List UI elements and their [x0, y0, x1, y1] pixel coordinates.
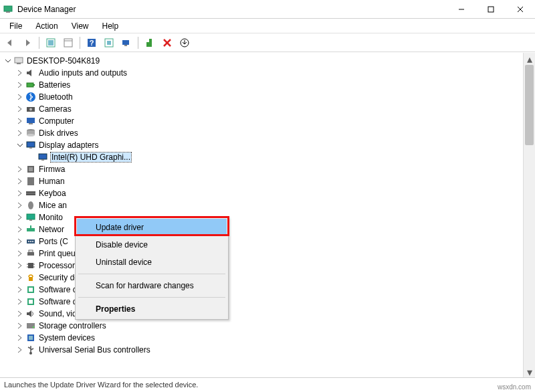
expand-icon[interactable] — [16, 237, 24, 246]
svg-rect-32 — [29, 147, 32, 149]
expand-icon[interactable] — [16, 141, 24, 149]
menu-action[interactable]: Action — [29, 20, 64, 32]
svg-point-25 — [29, 108, 32, 111]
action-center-button[interactable] — [102, 35, 116, 50]
show-hidden-button[interactable] — [43, 35, 58, 50]
expand-icon[interactable] — [16, 213, 24, 221]
tree-item-label: Disk drives — [39, 128, 78, 138]
svg-rect-26 — [27, 118, 35, 123]
vertical-scrollbar[interactable]: ▴ ▾ — [523, 53, 535, 378]
minimize-button[interactable] — [447, 0, 476, 19]
context-menu-separator — [78, 297, 225, 298]
tree-category[interactable]: Mice an — [0, 199, 535, 211]
context-menu-item[interactable]: Disable device — [77, 236, 227, 254]
svg-rect-58 — [29, 288, 33, 292]
sound-icon — [25, 308, 36, 319]
software-icon — [25, 296, 36, 307]
expand-icon[interactable] — [16, 189, 24, 197]
menu-file[interactable]: File — [3, 20, 29, 32]
root-icon — [13, 56, 24, 66]
disk-icon — [25, 128, 36, 138]
expand-icon[interactable] — [16, 322, 24, 330]
expand-icon[interactable] — [16, 81, 24, 89]
device-tree[interactable]: DESKTOP-504K819Audio inputs and outputsB… — [0, 52, 535, 377]
expand-icon[interactable] — [16, 201, 24, 209]
display-icon — [37, 152, 48, 163]
tree-category[interactable]: Computer — [0, 115, 535, 127]
watermark: wsxdn.com — [498, 383, 531, 391]
tree-category[interactable]: Bluetooth — [0, 91, 535, 103]
expand-icon[interactable] — [16, 250, 24, 258]
context-menu-item[interactable]: Update driver — [77, 219, 227, 236]
menu-help[interactable]: Help — [96, 20, 126, 32]
tree-category[interactable]: Firmwa — [0, 163, 535, 175]
expand-icon[interactable] — [16, 262, 24, 270]
tree-item-label: Human — [39, 177, 65, 186]
expand-icon[interactable] — [16, 69, 24, 77]
help-button[interactable]: ? — [84, 35, 99, 50]
tree-item-label: Cameras — [39, 104, 72, 114]
tree-category[interactable]: Human — [0, 175, 535, 187]
scroll-up-icon[interactable]: ▴ — [524, 53, 535, 65]
context-menu-item[interactable]: Uninstall device — [77, 254, 227, 271]
svg-rect-34 — [41, 159, 44, 161]
svg-point-30 — [27, 134, 35, 136]
expand-icon[interactable] — [16, 225, 24, 233]
tree-device[interactable]: Intel(R) UHD Graphi... — [0, 151, 535, 163]
tree-category[interactable]: Universal Serial Bus controllers — [0, 344, 535, 356]
update-driver-button[interactable] — [177, 35, 192, 50]
enable-button[interactable] — [142, 35, 157, 50]
expand-icon[interactable] — [4, 57, 12, 65]
expand-icon[interactable] — [16, 165, 24, 173]
tree-category[interactable]: Storage controllers — [0, 320, 535, 332]
svg-rect-0 — [4, 6, 12, 11]
properties-button[interactable] — [61, 35, 76, 50]
tree-category[interactable]: Batteries — [0, 79, 535, 91]
svg-rect-20 — [17, 63, 21, 64]
back-button[interactable] — [3, 35, 17, 50]
scroll-down-icon[interactable]: ▾ — [524, 366, 535, 378]
tree-category[interactable]: Audio inputs and outputs — [0, 67, 535, 79]
tree-category[interactable]: System devices — [0, 332, 535, 344]
system-icon — [25, 332, 36, 343]
svg-rect-15 — [124, 45, 127, 46]
expand-icon[interactable] — [16, 93, 24, 101]
scan-hardware-button[interactable] — [119, 35, 134, 50]
close-button[interactable] — [506, 0, 535, 19]
expand-icon[interactable] — [16, 129, 24, 137]
expand-icon[interactable] — [16, 274, 24, 282]
svg-rect-1 — [6, 11, 10, 13]
expand-icon[interactable] — [16, 298, 24, 306]
maximize-button[interactable] — [476, 0, 506, 19]
expand-icon[interactable] — [16, 334, 24, 342]
expand-icon[interactable] — [16, 346, 24, 354]
expand-icon[interactable] — [16, 117, 24, 125]
svg-rect-3 — [488, 7, 494, 12]
expand-icon[interactable] — [28, 153, 36, 161]
expand-icon[interactable] — [16, 105, 24, 113]
tree-category[interactable]: Disk drives — [0, 127, 535, 139]
expand-icon[interactable] — [16, 177, 24, 185]
svg-rect-8 — [64, 39, 72, 47]
titlebar: Device Manager — [0, 0, 535, 19]
expand-icon[interactable] — [16, 310, 24, 318]
bluetooth-icon — [25, 92, 36, 102]
tree-root[interactable]: DESKTOP-504K819 — [0, 55, 535, 67]
printer-icon — [25, 248, 36, 259]
svg-point-48 — [32, 241, 33, 242]
tree-item-label: Universal Serial Bus controllers — [39, 345, 150, 355]
context-menu-item[interactable]: Properties — [77, 300, 227, 318]
context-menu-item[interactable]: Scan for hardware changes — [77, 277, 227, 294]
forward-button[interactable] — [20, 35, 35, 50]
scrollbar-thumb[interactable] — [525, 65, 534, 145]
expand-icon[interactable] — [16, 286, 24, 294]
camera-icon — [25, 104, 36, 114]
svg-rect-21 — [27, 83, 33, 87]
disable-button[interactable] — [160, 35, 175, 50]
tree-category[interactable]: Display adapters — [0, 139, 535, 151]
svg-point-47 — [30, 241, 31, 242]
display-icon — [25, 140, 36, 151]
menu-view[interactable]: View — [65, 20, 96, 32]
tree-category[interactable]: Cameras — [0, 103, 535, 115]
tree-category[interactable]: Keyboa — [0, 187, 535, 199]
